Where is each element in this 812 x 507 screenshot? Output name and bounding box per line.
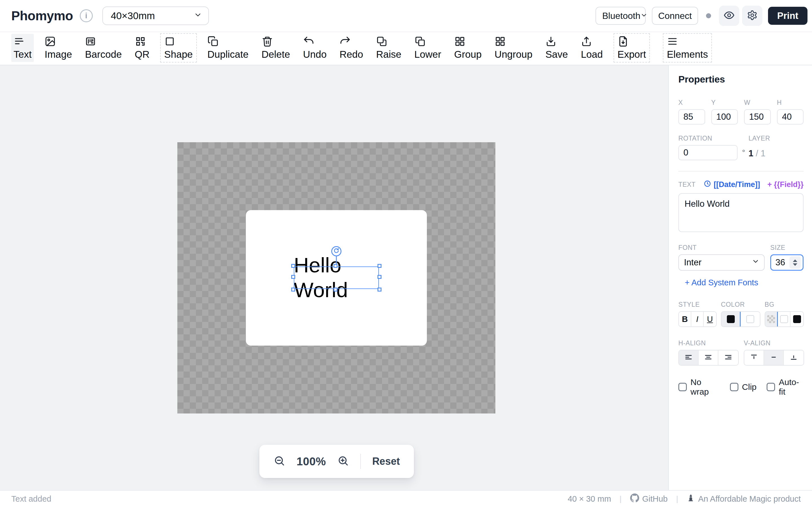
font-size-row: FONT Inter SIZE 36 <box>678 244 804 271</box>
selection-handle-sw[interactable] <box>291 288 295 291</box>
toolbar-button-shape[interactable]: Shape <box>160 33 197 62</box>
selection-handle-e[interactable] <box>377 275 382 279</box>
style-color-bg-row: STYLE B I U COLOR BG <box>678 301 804 327</box>
y-input[interactable] <box>711 109 738 124</box>
selection-handle-nw[interactable] <box>291 264 295 268</box>
bold-button[interactable]: B <box>679 312 691 327</box>
clip-checkbox[interactable] <box>730 383 739 391</box>
toolbar-button-ungroup[interactable]: Ungroup <box>492 34 535 62</box>
zoom-reset-button[interactable]: Reset <box>372 455 400 467</box>
auto-fit-option[interactable]: Auto-fit <box>767 378 804 397</box>
bg-black-swatch[interactable] <box>791 312 803 327</box>
selection-handle-w[interactable] <box>291 275 295 279</box>
h-input[interactable] <box>777 109 804 124</box>
info-icon[interactable]: i <box>80 9 93 22</box>
color-white-swatch[interactable] <box>741 312 760 327</box>
underline-button[interactable]: U <box>704 312 716 327</box>
label-size-select[interactable]: 40×30mm <box>102 6 209 25</box>
status-message: Text added <box>11 494 51 504</box>
font-select[interactable]: Inter <box>678 255 765 271</box>
toolbar-button-load[interactable]: Load <box>578 34 605 62</box>
h-align-group <box>678 350 739 365</box>
image-icon <box>45 36 56 48</box>
align-center-button[interactable] <box>699 350 718 365</box>
zoom-in-button[interactable] <box>337 455 349 468</box>
text-element[interactable]: Hello World <box>294 267 379 289</box>
style-label: STYLE <box>678 301 717 308</box>
credit-link[interactable]: An Affordable Magic product <box>687 494 801 504</box>
toolbar-button-delete[interactable]: Delete <box>259 34 292 62</box>
toolbar-button-text[interactable]: Text <box>11 34 34 62</box>
size-stepper[interactable] <box>790 256 801 269</box>
connect-button[interactable]: Connect <box>652 7 698 25</box>
preview-button[interactable] <box>719 6 739 26</box>
github-link[interactable]: GitHub <box>630 494 668 504</box>
bg-label: BG <box>765 301 804 308</box>
font-size-input[interactable]: 36 <box>770 255 804 271</box>
load-icon <box>581 36 592 48</box>
selection-handle-n[interactable] <box>334 264 338 268</box>
magic-hat-icon <box>687 494 695 504</box>
raise-layer-icon <box>376 36 388 48</box>
stepper-down-icon <box>793 263 797 266</box>
valign-middle-button[interactable] <box>764 350 784 365</box>
canvas-area[interactable]: Hello World <box>0 65 668 490</box>
v-align-group <box>744 350 804 365</box>
align-left-button[interactable] <box>679 350 699 365</box>
label-dimensions: 40 × 30 mm <box>567 494 611 504</box>
valign-bottom-button[interactable] <box>784 350 804 365</box>
style-group: B I U <box>678 311 717 327</box>
w-input[interactable] <box>744 109 771 124</box>
toolbar-button-export[interactable]: Export <box>613 33 650 62</box>
x-input[interactable] <box>678 109 705 124</box>
zoom-out-button[interactable] <box>273 455 285 468</box>
no-wrap-option[interactable]: No wrap <box>678 378 720 397</box>
selection-handle-se[interactable] <box>377 288 382 291</box>
selection-handle-ne[interactable] <box>377 264 382 268</box>
add-system-fonts-link[interactable]: + Add System Fonts <box>678 278 765 287</box>
black-swatch-icon <box>727 315 735 323</box>
text-content-textarea[interactable]: Hello World <box>678 193 804 232</box>
clock-icon <box>704 180 711 189</box>
toolbar-button-group[interactable]: Group <box>452 34 484 62</box>
rotation-handle[interactable] <box>331 246 342 256</box>
toolbar-button-barcode[interactable]: Barcode <box>83 34 124 62</box>
toolbar-button-image[interactable]: Image <box>42 34 74 62</box>
insert-datetime-link[interactable]: [[Date/Time]] <box>704 180 760 189</box>
toolbar-button-elements[interactable]: Elements <box>663 33 712 62</box>
bg-color-group <box>765 311 804 327</box>
elements-menu-icon <box>667 36 678 48</box>
print-button[interactable]: Print <box>768 7 808 25</box>
toolbar: Text Image Barcode QR Shape Duplicate De… <box>0 32 812 65</box>
selection-handle-s[interactable] <box>334 288 338 291</box>
insert-field-link[interactable]: + {{Field}} <box>767 180 804 189</box>
status-separator: | <box>619 494 621 503</box>
toolbar-button-redo[interactable]: Redo <box>337 34 365 62</box>
connection-type-select[interactable]: Bluetooth <box>596 7 646 25</box>
toolbar-button-qr[interactable]: QR <box>133 34 152 62</box>
valign-bottom-icon <box>790 353 798 362</box>
settings-button[interactable] <box>742 6 762 26</box>
white-swatch-icon <box>780 315 788 323</box>
italic-button[interactable]: I <box>691 312 704 327</box>
bg-transparent-swatch[interactable] <box>765 312 778 327</box>
clip-option[interactable]: Clip <box>730 382 757 392</box>
rotation-input[interactable] <box>678 145 738 160</box>
gear-icon <box>747 10 758 22</box>
position-size-grid: X Y W H <box>678 99 804 124</box>
label-canvas[interactable]: Hello World <box>246 210 427 346</box>
color-black-swatch[interactable] <box>721 312 741 327</box>
toolbar-button-lower[interactable]: Lower <box>412 34 444 62</box>
align-right-button[interactable] <box>718 350 738 365</box>
text-label: TEXT <box>678 181 696 188</box>
bg-white-swatch[interactable] <box>778 312 791 327</box>
toolbar-button-undo[interactable]: Undo <box>301 34 329 62</box>
font-size-value: 36 <box>771 258 790 268</box>
auto-fit-checkbox[interactable] <box>767 383 775 391</box>
toolbar-button-raise[interactable]: Raise <box>374 34 403 62</box>
valign-top-button[interactable] <box>744 350 764 365</box>
font-label: FONT <box>678 244 765 251</box>
no-wrap-checkbox[interactable] <box>678 383 687 391</box>
toolbar-button-save[interactable]: Save <box>543 34 570 62</box>
toolbar-button-duplicate[interactable]: Duplicate <box>205 34 251 62</box>
